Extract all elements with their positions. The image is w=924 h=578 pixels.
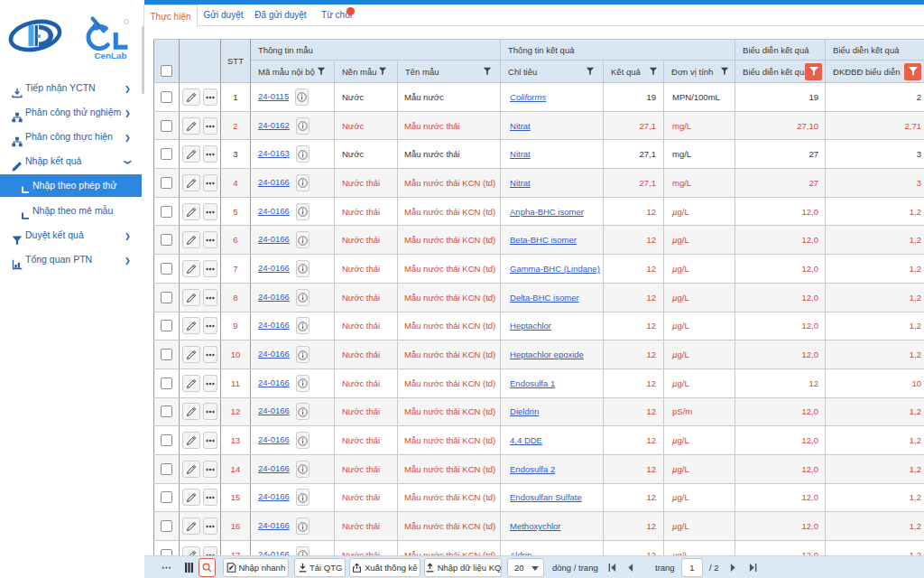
svg-text:CenLab: CenLab (95, 51, 127, 61)
